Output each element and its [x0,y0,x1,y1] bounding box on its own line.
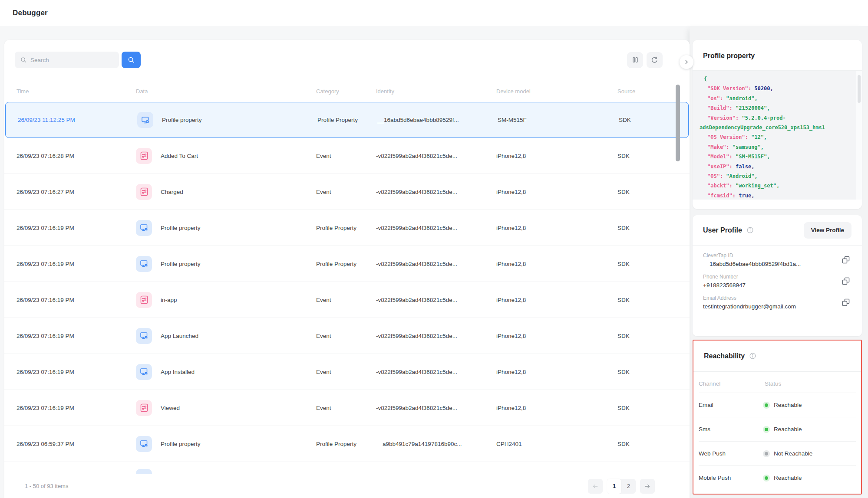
reachability-channel: Sms [699,426,765,432]
json-line: "os": "android", [693,94,862,103]
row-source: SDK [617,261,677,267]
table-row[interactable]: 26/09/23 07:16:19 PM Viewed Event -v822f… [4,390,690,426]
pagination: 1 2 [588,479,655,494]
json-line: "OS Version": "12", [693,132,862,142]
json-scrollbar-track [856,71,862,200]
row-time: 26/09/23 06:59:37 PM [17,441,136,447]
row-source: SDK [617,297,677,303]
column-header-source[interactable]: Source [617,88,677,95]
row-device-model: iPhone12,8 [496,189,617,195]
row-identity: -v822f599ab2ad4f36821c5de... [376,333,496,339]
reachability-status: Reachable [774,426,802,432]
prev-page-button[interactable] [588,479,603,494]
table-toolbar [4,40,690,80]
table-row[interactable]: 26/09/23 07:16:19 PM [4,318,690,354]
row-data-label: Profile property [161,441,201,447]
row-device-model: iPhone12,8 [496,153,617,159]
row-category: Profile Property [316,441,376,447]
row-identity: -v822f599ab2ad4f36821c5de... [376,369,496,375]
profile-field: CleverTap ID __16abd5d6ebae4bbb89529f4bd… [703,252,851,267]
profile-property-icon [139,259,149,269]
field-value: testintegrationdrbugger@gmail.com [703,303,796,310]
column-header-identity[interactable]: Identity [376,88,496,95]
json-line: "SDK Version": 50200, [693,84,862,93]
row-source: SDK [617,225,677,231]
next-page-button[interactable] [640,479,655,494]
table-footer: 1 - 50 of 93 items 1 2 [4,474,690,498]
reachability-row: Web Push Not Reachable [699,441,856,465]
manage-columns-button[interactable] [627,52,643,68]
json-scrollbar-thumb[interactable] [858,75,861,103]
profile-property-icon [139,331,149,341]
json-line: "useIP": false, [693,162,862,171]
table-row[interactable]: 26/09/23 07:16:19 PM [4,354,690,390]
table-scrollbar[interactable] [676,85,680,161]
view-profile-button[interactable]: View Profile [804,222,851,239]
copy-button[interactable] [841,255,851,265]
search-input[interactable] [15,52,119,68]
info-icon[interactable] [749,352,756,360]
table-row-partial[interactable] [4,462,690,474]
collapse-panel-button[interactable] [680,55,693,69]
column-header-data[interactable]: Data [136,88,316,95]
row-data-label: in-app [161,297,177,303]
json-line: "Build": "21520004", [693,103,862,113]
event-icon [139,187,149,197]
row-data-label: Viewed [161,405,180,411]
row-identity: -v822f599ab2ad4f36821c5de... [376,153,496,159]
copy-icon [841,298,851,307]
row-time: 26/09/23 07:16:19 PM [17,405,136,411]
json-line: { [693,74,862,84]
row-data-label: App Launched [161,333,198,339]
copy-button[interactable] [841,297,851,308]
row-device-model: iPhone12,8 [496,333,617,339]
row-data-label: Added To Cart [161,153,198,159]
column-header-time[interactable]: Time [17,88,136,95]
chevron-right-icon [683,59,690,65]
user-profile-card: User Profile View Profile CleverTap ID _… [693,215,862,336]
table-row[interactable]: 26/09/23 06:59:37 PM [4,426,690,462]
refresh-icon [650,56,659,64]
row-category: Event [316,297,376,303]
event-json-viewer[interactable]: {"SDK Version": 50200,"os": "android","B… [693,71,862,200]
json-line: adsDependencyUpgrade_core520_xps153_hms1 [693,123,862,132]
app-header: Debugger [0,0,868,26]
info-icon[interactable] [746,226,754,234]
row-data-label: App Installed [161,369,195,375]
row-identity: -v822f599ab2ad4f36821c5de... [376,189,496,195]
row-category: Event [316,333,376,339]
table-row[interactable]: 26/09/23 07:16:19 PM in-app Event -v822f… [4,282,690,318]
row-time: 26/09/23 11:12:25 PM [18,117,137,123]
row-category: Profile Property [316,225,376,231]
row-source: SDK [617,441,677,447]
table-row[interactable]: 26/09/23 07:16:19 PM [4,210,690,246]
page-button-2[interactable]: 2 [621,479,636,494]
table-row[interactable]: 26/09/23 07:16:19 PM [4,246,690,282]
arrow-left-icon [592,483,599,490]
reachability-status: Reachable [774,402,802,408]
field-label: Phone Number [703,274,746,280]
row-source: SDK [617,189,677,195]
profile-property-icon [136,469,152,474]
arrow-right-icon [644,483,651,490]
row-source: SDK [617,333,677,339]
column-header-device-model[interactable]: Device model [496,88,617,95]
refresh-button[interactable] [647,52,663,68]
row-category: Event [316,405,376,411]
page-button-1[interactable]: 1 [607,479,621,494]
table-row[interactable]: 26/09/23 11:12:25 PM [5,102,689,138]
reachability-row: Email Reachable [699,393,856,417]
reachability-header: Channel Status [699,372,856,393]
page-title: Debugger [13,9,48,17]
field-value: __16abd5d6ebae4bbb89529f4bd1a... [703,261,801,267]
status-dot [765,476,768,480]
reachability-rows: Email Reachable Sms Reachable Web Push N… [693,393,861,490]
row-data-label: Profile property [161,225,201,231]
table-row[interactable]: 26/09/23 07:16:28 PM Added To Cart Event… [4,138,690,174]
search-button[interactable] [122,52,141,68]
row-category: Event [316,153,376,159]
status-dot [765,452,768,455]
column-header-category[interactable]: Category [316,88,376,95]
copy-button[interactable] [841,276,851,286]
table-row[interactable]: 26/09/23 07:16:27 PM Charged Event -v822… [4,174,690,210]
